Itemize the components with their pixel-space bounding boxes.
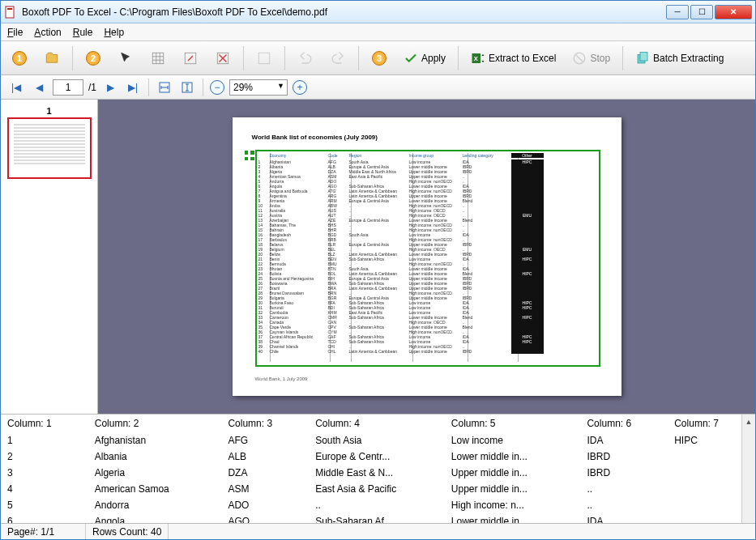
grid-header[interactable]: Column: 6 bbox=[580, 415, 668, 432]
thumb-page-number: 1 bbox=[7, 106, 91, 116]
grid-header[interactable]: Column: 1 bbox=[1, 415, 88, 432]
batch-extracting-button[interactable]: Batch Extracting bbox=[630, 45, 729, 72]
svg-line-15 bbox=[576, 54, 583, 62]
app-icon bbox=[4, 6, 17, 19]
minimize-button[interactable]: ─ bbox=[666, 5, 689, 19]
data-grid[interactable]: Column: 1Column: 2Column: 3Column: 4Colu… bbox=[1, 415, 755, 523]
status-rows: Rows Count: 40 bbox=[86, 524, 169, 539]
table-row[interactable]: 2AlbaniaALBEurope & Centr...Lower middle… bbox=[1, 449, 755, 465]
select-tool-button[interactable] bbox=[112, 45, 139, 72]
stop-button: Stop bbox=[566, 45, 616, 72]
menu-action[interactable]: Action bbox=[34, 27, 61, 38]
doc-title: World Bank list of economies (July 2009) bbox=[252, 134, 602, 141]
step-2-badge: 2 bbox=[79, 45, 107, 72]
table-row[interactable]: 4American SamoaASMEast Asia & PacificUpp… bbox=[1, 481, 755, 497]
menu-help[interactable]: Help bbox=[104, 27, 124, 38]
maximize-button[interactable]: ☐ bbox=[690, 5, 713, 19]
add-table-button[interactable] bbox=[144, 45, 172, 72]
redo-button bbox=[324, 45, 352, 72]
statusbar: Page#: 1/1 Rows Count: 40 bbox=[1, 523, 755, 539]
zoom-out-button[interactable]: − bbox=[210, 80, 224, 95]
main-toolbar: 1 2 3 Apply XExtract to Excel Stop Batch… bbox=[1, 41, 755, 75]
grid-header[interactable]: Column: 4 bbox=[309, 415, 445, 432]
next-page-button[interactable]: ▶ bbox=[101, 79, 119, 96]
apply-button[interactable]: Apply bbox=[398, 45, 451, 72]
page-canvas[interactable]: World Bank list of economies (July 2009)… bbox=[98, 100, 755, 414]
fit-height-button[interactable] bbox=[178, 79, 196, 96]
svg-rect-17 bbox=[640, 52, 647, 61]
grid-header[interactable]: Column: 3 bbox=[221, 415, 309, 432]
doc-table-preview: EconomyCodeRegionIncome groupLending cat… bbox=[258, 153, 597, 362]
pdf-page: World Bank list of economies (July 2009)… bbox=[233, 117, 621, 396]
menubar: File Action Rule Help bbox=[1, 23, 755, 41]
menu-rule[interactable]: Rule bbox=[73, 27, 93, 38]
nav-toolbar: |◀ ◀ /1 ▶ ▶| − ▼ + bbox=[1, 75, 755, 100]
close-button[interactable]: ✕ bbox=[715, 5, 752, 19]
edit-table-button[interactable] bbox=[177, 45, 204, 72]
page-total-label: /1 bbox=[88, 82, 96, 93]
grid-scrollbar[interactable]: ▲ bbox=[741, 415, 755, 523]
doc-footer: World Bank, 1 July 2009 bbox=[255, 376, 308, 381]
grid-header[interactable]: Column: 2 bbox=[88, 415, 222, 432]
page-number-input[interactable] bbox=[53, 79, 83, 96]
thumbnail-panel: 1 bbox=[1, 100, 98, 414]
table-row[interactable]: 1AfghanistanAFGSouth AsiaLow incomeIDAHI… bbox=[1, 432, 755, 449]
zoom-in-button[interactable]: + bbox=[293, 80, 307, 95]
svg-rect-11 bbox=[258, 53, 270, 64]
selection-handle-icon[interactable] bbox=[244, 150, 255, 161]
grid-header[interactable]: Column: 5 bbox=[445, 415, 581, 432]
prev-page-button[interactable]: ◀ bbox=[30, 79, 48, 96]
svg-rect-1 bbox=[7, 8, 12, 10]
status-page: Page#: 1/1 bbox=[1, 524, 86, 539]
data-grid-panel: Column: 1Column: 2Column: 3Column: 4Colu… bbox=[1, 414, 755, 523]
zoom-select[interactable] bbox=[229, 79, 288, 96]
extract-to-excel-button[interactable]: XExtract to Excel bbox=[465, 45, 562, 72]
table-row[interactable]: 6AngolaAGOSub-Saharan Af...Lower middle … bbox=[1, 513, 755, 523]
step-1-badge: 1 bbox=[6, 45, 33, 72]
titlebar: Boxoft PDF To Excel - C:\Program Files\B… bbox=[1, 1, 755, 23]
menu-file[interactable]: File bbox=[7, 27, 23, 38]
window-title: Boxoft PDF To Excel - C:\Program Files\B… bbox=[22, 6, 666, 18]
clear-table-button[interactable] bbox=[209, 45, 237, 72]
page-thumbnail[interactable] bbox=[7, 117, 92, 179]
svg-text:X: X bbox=[474, 55, 478, 62]
workspace: 1 World Bank list of economies (July 200… bbox=[1, 100, 755, 414]
undo-button bbox=[292, 45, 319, 72]
table-row[interactable]: 3AlgeriaDZAMiddle East & N...Upper middl… bbox=[1, 465, 755, 481]
last-page-button[interactable]: ▶| bbox=[124, 79, 142, 96]
open-file-button[interactable] bbox=[38, 45, 66, 72]
step-3-badge: 3 bbox=[365, 45, 393, 72]
table-row[interactable]: 5AndorraADO..High income: n..... bbox=[1, 497, 755, 513]
scroll-up-icon[interactable]: ▲ bbox=[742, 415, 755, 428]
fit-width-button[interactable] bbox=[156, 79, 173, 96]
svg-rect-2 bbox=[152, 53, 164, 64]
first-page-button[interactable]: |◀ bbox=[7, 79, 25, 96]
delete-button bbox=[250, 45, 278, 72]
